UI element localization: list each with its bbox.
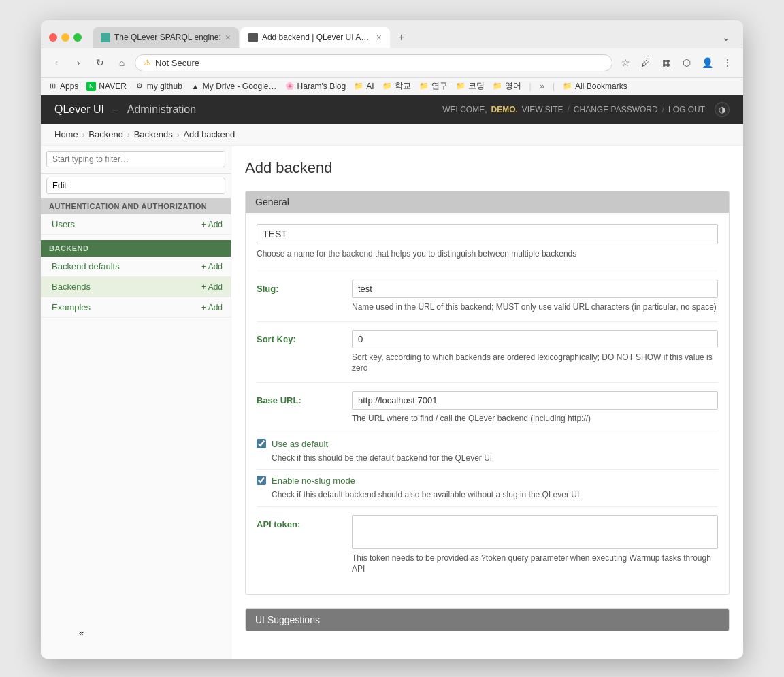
tab-close-admin[interactable]: ×: [376, 33, 382, 42]
admin-username: DEMO.: [491, 105, 517, 114]
sidebar-item-backend-defaults[interactable]: Backend defaults + Add: [41, 257, 231, 277]
breadcrumb-arrow3: ›: [177, 131, 180, 139]
users-add-link[interactable]: + Add: [201, 220, 223, 229]
log-out-link[interactable]: LOG OUT: [668, 105, 705, 114]
ext2-button[interactable]: ▦: [657, 54, 675, 71]
browser-titlebar: The QLever SPARQL engine: × Add backend …: [41, 20, 743, 48]
breadcrumb-home[interactable]: Home: [54, 129, 78, 139]
slug-label: Slug:: [257, 280, 352, 294]
theme-toggle-button[interactable]: ◑: [715, 102, 730, 117]
bookmark-drive[interactable]: ▲ My Drive - Google…: [191, 82, 277, 91]
backend-defaults-label: Backend defaults: [52, 261, 120, 271]
bookmark-star-button[interactable]: ☆: [617, 54, 634, 71]
blog-label: Haram's Blog: [297, 82, 346, 91]
base-url-input[interactable]: [352, 391, 718, 410]
bookmark-ai[interactable]: 📁 AI: [354, 82, 374, 91]
github-icon: ⚙: [135, 82, 144, 91]
use-as-default-checkbox[interactable]: [257, 439, 266, 448]
reload-button[interactable]: ↻: [91, 54, 109, 71]
bookmark-blog[interactable]: 🌸 Haram's Blog: [285, 82, 346, 91]
more-bookmarks-button[interactable]: »: [540, 81, 544, 91]
tab-admin[interactable]: Add backend | QLever UI Adm… ×: [240, 27, 390, 48]
address-bar[interactable]: ⚠ Not Secure: [135, 54, 612, 71]
api-token-input[interactable]: [352, 515, 718, 549]
sidebar-item-examples[interactable]: Examples + Add: [41, 297, 231, 318]
bookmark-naver[interactable]: N NAVER: [86, 82, 126, 91]
breadcrumb-current: Add backend: [183, 129, 235, 139]
home-button[interactable]: ⌂: [113, 54, 131, 71]
bookmark-eng[interactable]: 📁 영어: [493, 80, 521, 92]
all-bm-icon: 📁: [563, 82, 572, 91]
new-tab-button[interactable]: +: [391, 27, 411, 48]
collapse-sidebar-btn[interactable]: «: [79, 628, 84, 638]
coding-icon: 📁: [456, 82, 466, 91]
use-as-default-label[interactable]: Use as default: [257, 439, 718, 449]
edit-button[interactable]: Edit: [46, 178, 225, 194]
sidebar-item-users[interactable]: Users + Add: [41, 214, 231, 235]
bookmark-apps[interactable]: ⊞ Apps: [48, 82, 78, 91]
ai-icon: 📁: [354, 82, 363, 91]
tab-sparql[interactable]: The QLever SPARQL engine: ×: [93, 27, 239, 48]
bookmark-coding[interactable]: 📁 코딩: [456, 80, 485, 92]
examples-add-link[interactable]: + Add: [201, 303, 223, 312]
tab-favicon-admin: [248, 33, 258, 42]
nav-separator2: /: [662, 105, 664, 114]
admin-header: QLever UI – Administration WELCOME, DEMO…: [41, 95, 743, 124]
ext3-button[interactable]: ⬡: [678, 54, 696, 71]
main-content: Add backend General Choose a name for th…: [231, 146, 743, 659]
name-help: Choose a name for the backend that helps…: [257, 248, 718, 260]
main-layout: Edit AUTHENTICATION AND AUTHORIZATION Us…: [41, 146, 743, 659]
general-section-header: General: [246, 191, 729, 213]
security-text: Not Secure: [155, 58, 199, 68]
welcome-text: WELCOME,: [442, 105, 487, 114]
auth-section-label: AUTHENTICATION AND AUTHORIZATION: [49, 202, 207, 210]
extensions-button[interactable]: 🖊: [637, 54, 655, 71]
no-slug-label[interactable]: Enable no-slug mode: [257, 476, 718, 486]
sidebar-section-auth: AUTHENTICATION AND AUTHORIZATION: [41, 198, 231, 214]
profile-button[interactable]: 👤: [698, 54, 716, 71]
coding-label: 코딩: [468, 80, 485, 92]
base-url-label: Base URL:: [257, 391, 352, 406]
sidebar-item-backends[interactable]: Backends + Add: [41, 277, 231, 297]
bookmark-github[interactable]: ⚙ my github: [135, 82, 182, 91]
view-site-link[interactable]: VIEW SITE: [522, 105, 564, 114]
breadcrumb-backend[interactable]: Backend: [88, 129, 123, 139]
traffic-lights: [49, 33, 82, 42]
app-name: QLever UI: [54, 103, 104, 115]
research-icon: 📁: [419, 82, 429, 91]
page-title: Add backend: [245, 159, 730, 177]
no-slug-checkbox[interactable]: [257, 476, 266, 485]
breadcrumb-backends[interactable]: Backends: [134, 129, 173, 139]
tab-label-sparql: The QLever SPARQL engine:: [114, 33, 221, 42]
breadcrumb-arrow1: ›: [82, 131, 85, 139]
nav-separator1: /: [568, 105, 570, 114]
bm-separator2: |: [553, 82, 555, 91]
bookmark-research[interactable]: 📁 연구: [419, 80, 448, 92]
no-slug-field: Enable no-slug mode Check if this defaul…: [257, 469, 718, 506]
bookmark-school[interactable]: 📁 학교: [382, 80, 411, 92]
forward-button[interactable]: ›: [69, 54, 87, 71]
use-as-default-text: Use as default: [272, 439, 328, 449]
change-password-link[interactable]: CHANGE PASSWORD: [574, 105, 658, 114]
toolbar-icons: ☆ 🖊 ▦ ⬡ 👤 ⋮: [617, 54, 736, 71]
tab-close-sparql[interactable]: ×: [225, 33, 231, 42]
name-field: Choose a name for the backend that helps…: [257, 224, 718, 260]
eng-label: 영어: [505, 80, 521, 92]
maximize-button[interactable]: [74, 33, 82, 42]
sidebar-filter-input[interactable]: [46, 151, 225, 167]
browser-menu-button[interactable]: ⌄: [717, 29, 735, 46]
close-button[interactable]: [49, 33, 57, 42]
backend-defaults-add-link[interactable]: + Add: [201, 262, 223, 271]
name-input[interactable]: [257, 224, 718, 244]
bookmark-all[interactable]: 📁 All Bookmarks: [563, 82, 627, 91]
backend-section-label: BACKEND: [49, 244, 89, 252]
users-label: Users: [52, 219, 75, 229]
minimize-button[interactable]: [61, 33, 69, 42]
back-button[interactable]: ‹: [48, 54, 65, 71]
research-label: 연구: [431, 80, 448, 92]
slug-input[interactable]: [352, 280, 718, 298]
sort-key-input[interactable]: [352, 330, 718, 348]
browser-menu-dots[interactable]: ⋮: [719, 54, 736, 71]
api-token-label: API token:: [257, 515, 352, 529]
backends-add-link[interactable]: + Add: [201, 282, 223, 292]
